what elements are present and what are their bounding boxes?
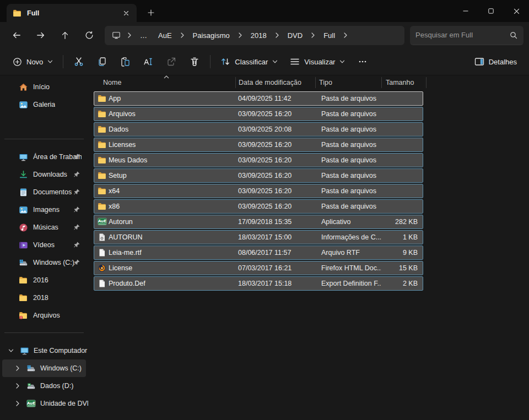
file-date: 17/09/2018 15:35 (236, 218, 316, 226)
chevron-right-icon (342, 32, 349, 39)
close-button[interactable] (504, 0, 529, 22)
plus-circle-icon (12, 57, 23, 67)
sidebar-item-documentos[interactable]: Documentos (2, 183, 87, 201)
sidebar-item-musicas[interactable]: Músicas (2, 219, 87, 236)
file-row-x64[interactable]: x64 03/09/2025 16:20 Pasta de arquivos (94, 184, 423, 198)
tab-close-button[interactable] (119, 7, 133, 20)
sidebar-item-arquivos[interactable]: Arquivos (2, 307, 87, 324)
copy-button[interactable] (90, 52, 114, 72)
tree-chevron-icon[interactable] (14, 383, 21, 389)
more-options-button[interactable] (351, 52, 374, 72)
tree-item-dados-d[interactable]: Dados (D:) (2, 377, 86, 395)
file-type: Pasta de arquivos (316, 110, 381, 118)
file-name: Licenses (109, 141, 236, 149)
back-arrow-icon (12, 30, 21, 40)
breadcrumb-item-2018: 2018 (245, 28, 282, 43)
new-button[interactable]: Novo (7, 52, 59, 72)
share-icon (166, 56, 177, 67)
breadcrumb-items: AuE Paisagismo 2018 DVD Full (153, 28, 350, 43)
up-arrow-icon (60, 30, 70, 40)
delete-button[interactable] (183, 52, 206, 72)
search-box[interactable] (410, 26, 523, 45)
file-name: Dados (109, 126, 236, 133)
tree-chevron-icon[interactable] (14, 400, 21, 407)
tree-chevron-icon[interactable] (8, 347, 14, 354)
sidebar-item-area-de-trabalh[interactable]: Área de Trabalh (2, 148, 87, 166)
column-headers: Nome Data de modificação Tipo Tamanho (94, 75, 428, 90)
pin-icon (73, 241, 80, 249)
file-name: Autorun (109, 218, 236, 226)
file-row-licenses[interactable]: Licenses 03/09/2025 16:20 Pasta de arqui… (94, 138, 423, 152)
sidebar-item-windows-c[interactable]: Windows (C:) (2, 254, 87, 271)
tree-chevron-icon[interactable] (14, 365, 21, 372)
share-button[interactable] (160, 52, 183, 72)
file-row-autorun[interactable]: AUTORUN 18/03/2017 15:00 Informações de … (94, 230, 423, 244)
file-row-arquivos[interactable]: Arquivos 03/09/2025 16:20 Pasta de arqui… (94, 107, 423, 121)
cut-button[interactable] (67, 52, 90, 72)
refresh-button[interactable] (77, 25, 101, 45)
pin-icon (73, 188, 80, 196)
column-divider[interactable] (315, 77, 316, 88)
column-header-nome[interactable]: Nome (103, 79, 121, 86)
file-row-meus-dados[interactable]: Meus Dados 03/09/2025 16:20 Pasta de arq… (94, 153, 423, 167)
folder-icon (98, 110, 106, 118)
file-row-setup[interactable]: Setup 03/09/2025 16:20 Pasta de arquivos (94, 168, 423, 183)
file-date: 08/06/2017 11:57 (236, 249, 316, 257)
breadcrumb-item-paisagismo: Paisagismo (187, 28, 245, 43)
breadcrumb-this-pc[interactable] (108, 28, 125, 43)
up-button[interactable] (53, 25, 77, 45)
file-date: 07/03/2017 16:21 (236, 264, 316, 272)
view-button[interactable]: Visualizar (284, 52, 351, 72)
file-type: Aplicativo (316, 218, 381, 226)
column-divider[interactable] (235, 77, 236, 88)
chevron-right-icon (237, 32, 244, 39)
file-row-license[interactable]: License 07/03/2017 16:21 Firefox HTML Do… (94, 261, 423, 275)
search-input[interactable] (415, 31, 506, 39)
tree-item-unidade-de-dvd[interactable]: AuE Unidade de DVD (2, 395, 86, 412)
forward-button[interactable] (29, 25, 53, 45)
file-row-x86[interactable]: x86 03/09/2025 16:20 Pasta de arquivos (94, 199, 423, 214)
sidebar-item-2016[interactable]: 2016 (2, 271, 87, 289)
rtf-file-icon (98, 248, 106, 257)
sort-button[interactable]: Classificar (214, 52, 284, 72)
paste-button[interactable] (114, 52, 137, 72)
file-row-autorun[interactable]: AuE Autorun 17/09/2018 15:35 Aplicativo … (94, 215, 423, 229)
sidebar-item-downloads[interactable]: Downloads (2, 166, 87, 183)
file-row-produto-def[interactable]: Produto.Def 18/03/2017 15:18 Export Defi… (94, 276, 423, 291)
file-row-leia-me-rtf[interactable]: Leia-me.rtf 08/06/2017 11:57 Arquivo RTF… (94, 246, 423, 260)
maximize-button[interactable] (478, 0, 504, 22)
sidebar-item-2018[interactable]: 2018 (2, 289, 87, 307)
explorer-tab[interactable]: Full (7, 4, 137, 22)
new-tab-button[interactable] (142, 4, 160, 21)
file-date: 03/09/2025 16:20 (236, 156, 316, 164)
folder-icon (19, 293, 28, 303)
details-pane-button[interactable]: Detalhes (468, 52, 522, 72)
file-size: 1 KB (381, 233, 423, 241)
sidebar-item-imagens[interactable]: Imagens (2, 201, 87, 219)
file-type: Pasta de arquivos (316, 172, 381, 179)
sort-button-label: Classificar (235, 58, 268, 66)
file-row-app[interactable]: App 04/09/2025 11:42 Pasta de arquivos (94, 91, 423, 106)
pin-icon (73, 259, 80, 266)
tree-item-este-computador[interactable]: Este Computador (2, 342, 86, 359)
titlebar: Full (0, 0, 529, 22)
column-header-tamanho[interactable]: Tamanho (386, 79, 414, 86)
minimize-button[interactable] (453, 0, 478, 22)
column-header-data[interactable]: Data de modificação (239, 79, 301, 86)
column-header-tipo[interactable]: Tipo (319, 79, 332, 86)
back-button[interactable] (4, 25, 29, 45)
file-name: Meus Dados (109, 156, 236, 164)
column-divider[interactable] (426, 77, 427, 88)
refresh-icon (84, 30, 94, 40)
sidebar-item-galeria[interactable]: Galeria (2, 96, 87, 113)
tree-item-windows-c[interactable]: Windows (C:) (2, 359, 86, 377)
column-divider[interactable] (381, 77, 382, 88)
breadcrumb-ellipsis[interactable]: … (134, 28, 153, 43)
aue-disc-icon: AuE (26, 399, 36, 408)
trash-icon (189, 56, 200, 67)
sidebar-item-videos[interactable]: Vídeos (2, 236, 87, 254)
sidebar-item-inicio[interactable]: Início (2, 78, 87, 96)
folder-icon (98, 125, 106, 134)
file-row-dados[interactable]: Dados 03/09/2025 20:08 Pasta de arquivos (94, 122, 423, 137)
rename-button[interactable] (137, 52, 160, 72)
